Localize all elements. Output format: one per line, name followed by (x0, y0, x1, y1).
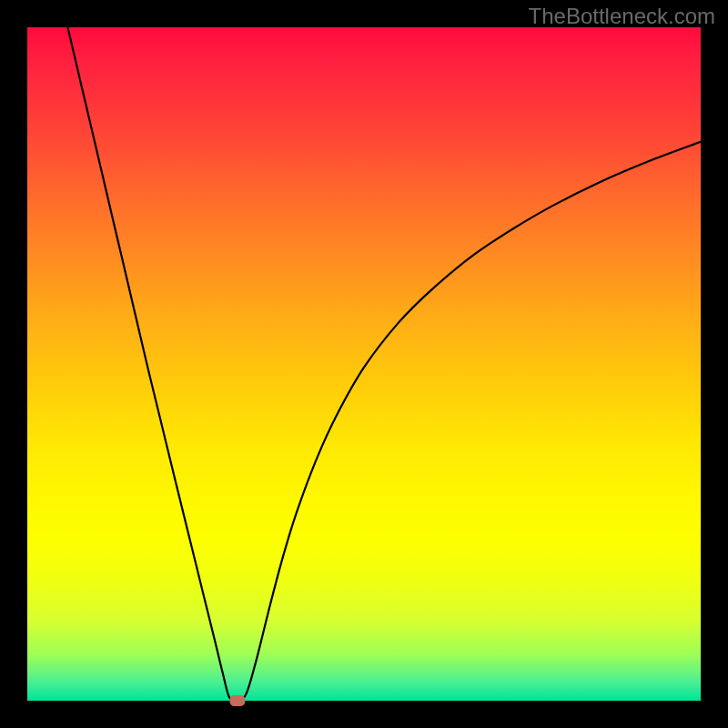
curve-svg (27, 27, 701, 701)
plot-area (27, 27, 701, 701)
watermark-text: TheBottleneck.com (529, 4, 715, 29)
chart-container: TheBottleneck.com (0, 0, 728, 728)
minimum-marker (229, 695, 245, 706)
bottleneck-curve (67, 27, 701, 701)
